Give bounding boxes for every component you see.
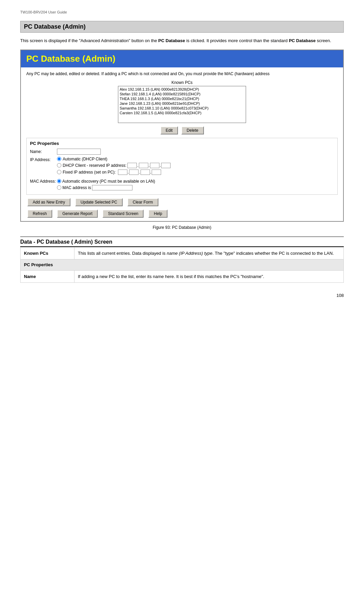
table-row-name: Name If adding a new PC to the list, ent… (21, 270, 344, 283)
pc-properties-section-header: PC Properties (21, 259, 344, 271)
list-item[interactable]: Jane 192.168.1.23 (LAN) 0000e821be91(DHC… (119, 101, 245, 106)
known-pcs-section: Known PCs Alex 192.168.1.15 (LAN) 0000e8… (26, 80, 338, 123)
admin-panel-title: PC Database (Admin) (21, 50, 343, 67)
name-row-header: Name (21, 270, 74, 283)
edit-delete-row: Edit Delete (26, 126, 338, 134)
ip-option-auto: Automatic (DHCP Client) (57, 157, 334, 161)
ip-fixed-seg4[interactable] (152, 170, 161, 175)
admin-panel-body: Any PC may be added, edited or deleted. … (21, 67, 343, 221)
clear-form-button[interactable]: Clear Form (127, 198, 158, 206)
list-item[interactable]: Stefan 192.168.1.4 (LAN) 0000e8215891(DH… (119, 92, 245, 96)
ip-sep5: . (139, 170, 140, 175)
ip-options-container: Automatic (DHCP Client) DHCP Client - re… (57, 157, 334, 176)
page-number: 108 (20, 293, 344, 298)
intro-text: This screen is displayed if the "Advance… (20, 37, 344, 44)
known-pcs-content: This lists all current entries. Data dis… (74, 247, 344, 259)
mac-manual-radio[interactable] (57, 185, 61, 190)
ip-reserved-label: DHCP Client - reserved IP address: (63, 163, 127, 168)
ip-sep3: . (160, 163, 161, 168)
name-field-container (57, 149, 334, 155)
ip-address-label: IP Address: (30, 157, 57, 162)
ip-reserved-seg4[interactable] (161, 163, 171, 168)
figure-caption: Figure 93: PC Database (Admin) (20, 225, 344, 230)
list-item[interactable]: Samantha 192.168.1.10 (LAN) 0000e821c073… (119, 106, 245, 111)
known-pcs-label: Known PCs (26, 80, 338, 85)
ip-fixed-label: Fixed IP address (set on PC): (63, 170, 118, 175)
standard-screen-button[interactable]: Standard Screen (102, 210, 144, 218)
ip-reserved-seg1[interactable] (127, 163, 137, 168)
ip-address-row: IP Address: Automatic (DHCP Client) DHCP… (30, 157, 334, 176)
ip-reserved-radio[interactable] (57, 163, 61, 167)
name-row: Name: (30, 149, 334, 155)
ip-option-reserved: DHCP Client - reserved IP address: . . . (57, 163, 334, 168)
table-row-known-pcs: Known PCs This lists all current entries… (21, 247, 344, 259)
mac-auto-label: Automatic discovery (PC must be availabl… (61, 179, 155, 184)
add-new-entry-button[interactable]: Add as New Entry (27, 198, 70, 206)
ip-reserved-seg3[interactable] (150, 163, 159, 168)
help-button[interactable]: Help (148, 210, 168, 218)
ip-fixed-seg2[interactable] (129, 170, 139, 175)
mac-section: MAC Address: Automatic discovery (PC mus… (30, 179, 334, 190)
ip-option-fixed: Fixed IP address (set on PC): . . . (57, 170, 334, 175)
generate-report-button[interactable]: Generate Report (57, 210, 98, 218)
ip-fixed-seg3[interactable] (141, 170, 150, 175)
ip-sep4: . (128, 170, 129, 175)
mac-manual-label: MAC address is (61, 185, 92, 190)
refresh-button[interactable]: Refresh (27, 210, 52, 218)
ip-reserved-seg2[interactable] (139, 163, 148, 168)
data-table: Known PCs This lists all current entries… (20, 247, 344, 283)
page-title: PC Database (Admin) (20, 21, 344, 33)
mac-auto-row: MAC Address: Automatic discovery (PC mus… (30, 179, 334, 184)
data-section-title: Data - PC Database ( Admin) Screen (20, 239, 344, 247)
mac-manual-input[interactable] (92, 185, 132, 190)
ip-auto-label: Automatic (DHCP Client) (63, 157, 107, 161)
mac-auto-radio[interactable] (57, 179, 61, 183)
mac-manual-row: MAC address is (30, 185, 334, 190)
mac-address-label: MAC Address: (30, 179, 57, 184)
pc-properties-section: PC Properties Name: IP Address: Automati… (26, 138, 338, 195)
nav-buttons-row: Refresh Generate Report Standard Screen … (26, 210, 338, 218)
list-item[interactable]: Alex 192.168.1.15 (LAN) 0000e8213928(DHC… (119, 87, 245, 92)
section-divider (20, 237, 344, 237)
known-pcs-header: Known PCs (21, 247, 74, 259)
doc-header: TW100-BRV204 User Guide (20, 10, 344, 14)
action-buttons-row: Add as New Entry Update Selected PC Clea… (26, 198, 338, 206)
known-pcs-list[interactable]: Alex 192.168.1.15 (LAN) 0000e8213928(DHC… (118, 86, 246, 123)
list-item[interactable]: THEA 192.168.1.3 (LAN) 0000e821bc21(DHCP… (119, 96, 245, 101)
ip-sep2: . (149, 163, 150, 168)
panel-description: Any PC may be added, edited or deleted. … (26, 71, 338, 77)
edit-button[interactable]: Edit (160, 126, 178, 134)
ip-auto-radio[interactable] (57, 157, 61, 161)
table-row-pc-properties-header: PC Properties (21, 259, 344, 271)
ip-sep1: . (137, 163, 138, 168)
admin-panel: PC Database (Admin) Any PC may be added,… (20, 50, 344, 222)
pc-properties-title: PC Properties (30, 141, 334, 146)
update-selected-pc-button[interactable]: Update Selected PC (75, 198, 123, 206)
ip-fixed-seg1[interactable] (118, 170, 127, 175)
list-item[interactable]: Carsten 192.168.1.5 (LAN) 0000e821cfa3(D… (119, 111, 245, 115)
name-label: Name: (30, 149, 57, 154)
ip-fixed-radio[interactable] (57, 170, 61, 174)
name-input[interactable] (57, 149, 101, 155)
name-row-content: If adding a new PC to the list, enter it… (74, 270, 344, 283)
ip-sep6: . (150, 170, 151, 175)
delete-button[interactable]: Delete (181, 126, 204, 134)
